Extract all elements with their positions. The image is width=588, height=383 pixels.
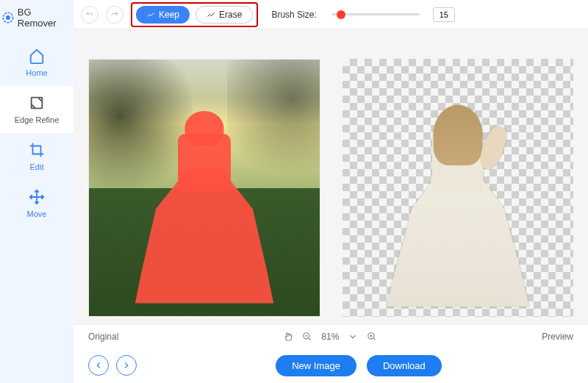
- redo-icon: [110, 10, 119, 19]
- zoom-controls: 81%: [118, 332, 542, 342]
- sidebar-label: Edit: [30, 162, 44, 171]
- logo-icon: [1, 11, 15, 24]
- hand-pan-icon[interactable]: [283, 332, 293, 342]
- keep-label: Keep: [159, 10, 179, 20]
- bottom-bar: New Image Download: [74, 348, 588, 383]
- keep-button[interactable]: Keep: [136, 6, 190, 24]
- sidebar-label: Home: [26, 68, 47, 77]
- main: Keep Erase Brush Size: 15: [74, 0, 588, 383]
- transparent-background: [343, 59, 573, 317]
- original-image-panel[interactable]: [88, 59, 320, 317]
- app-logo: BG Remover: [0, 4, 74, 32]
- sidebar-item-edit[interactable]: Edit: [0, 133, 74, 180]
- cutout-figure: [387, 105, 530, 307]
- erase-button[interactable]: Erase: [196, 6, 253, 24]
- edge-refine-icon: [29, 95, 45, 111]
- sidebar-item-move[interactable]: Move: [0, 180, 74, 227]
- original-image: [89, 60, 320, 316]
- zoom-value: 81%: [321, 332, 339, 342]
- brush-size-slider[interactable]: [331, 7, 420, 22]
- status-bar: Original 81% Preview: [74, 324, 588, 348]
- slider-thumb[interactable]: [337, 10, 345, 19]
- brush-size-value[interactable]: 15: [433, 7, 455, 22]
- erase-label: Erase: [219, 10, 242, 20]
- original-label: Original: [88, 332, 118, 342]
- zoom-in-icon[interactable]: [367, 332, 377, 342]
- brush-size-label: Brush Size:: [271, 10, 316, 20]
- app-root: BG Remover Home Edge Refine Edit Move: [0, 0, 588, 383]
- undo-button[interactable]: [81, 6, 98, 24]
- action-buttons: New Image Download: [144, 355, 573, 376]
- chevron-right-icon: [121, 360, 132, 371]
- home-icon: [29, 48, 45, 64]
- zoom-out-icon[interactable]: [302, 332, 312, 342]
- crop-icon: [29, 142, 45, 158]
- app-title: BG Remover: [18, 7, 72, 29]
- sidebar: BG Remover Home Edge Refine Edit Move: [0, 0, 74, 383]
- chevron-left-icon: [93, 360, 104, 371]
- preview-label: Preview: [542, 332, 573, 342]
- prev-button[interactable]: [88, 355, 109, 376]
- redo-button[interactable]: [106, 6, 123, 24]
- move-icon: [29, 189, 45, 205]
- keep-erase-group: Keep Erase: [131, 2, 258, 27]
- download-button[interactable]: Download: [367, 355, 442, 376]
- svg-point-1: [7, 16, 10, 19]
- sidebar-item-edge-refine[interactable]: Edge Refine: [0, 86, 74, 133]
- canvas-area: [74, 29, 588, 324]
- new-image-button[interactable]: New Image: [276, 355, 356, 376]
- sidebar-item-home[interactable]: Home: [0, 39, 74, 86]
- sidebar-label: Edge Refine: [15, 115, 60, 124]
- next-button[interactable]: [116, 355, 137, 376]
- sidebar-label: Move: [27, 210, 47, 218]
- eraser-icon: [207, 10, 215, 19]
- toolbar: Keep Erase Brush Size: 15: [74, 0, 588, 29]
- brush-keep-icon: [146, 10, 155, 19]
- preview-image-panel[interactable]: [343, 59, 573, 317]
- chevron-down-icon[interactable]: [348, 332, 358, 342]
- undo-icon: [85, 10, 94, 19]
